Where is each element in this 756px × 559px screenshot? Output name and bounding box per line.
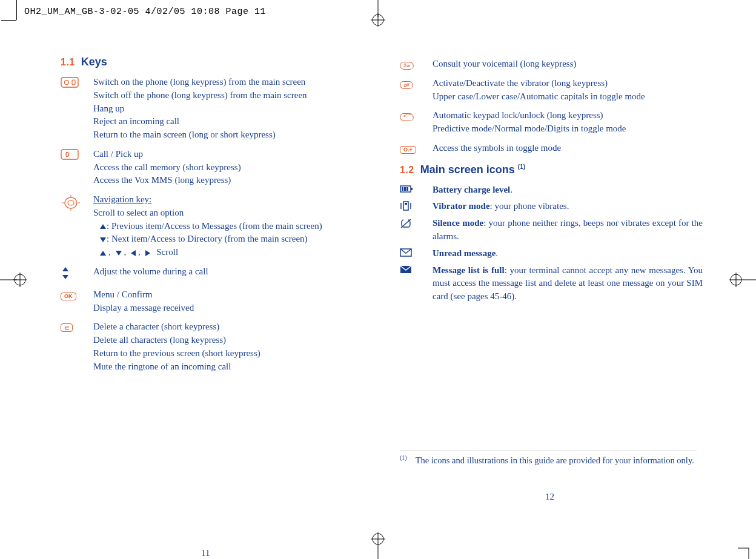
arrow-left-icon	[131, 250, 136, 256]
footnote: (1) The icons and illustrations in this …	[400, 454, 703, 467]
svg-rect-19	[61, 150, 78, 159]
nav-key-icon	[61, 193, 93, 214]
section-title: Keys	[81, 56, 107, 68]
section-number: 1.1	[61, 57, 75, 67]
arrow-down-icon	[100, 237, 106, 242]
registration-mark-bottom	[366, 532, 390, 559]
entry-body: Navigation key: Scroll to select an opti…	[93, 193, 345, 259]
ok-key-icon: OK	[61, 288, 93, 300]
entry-battery: Battery charge level.	[400, 184, 703, 197]
key-hash-icon: ⌕#	[400, 77, 433, 89]
battery-icon	[400, 184, 433, 196]
entry-unread: Unread message.	[400, 247, 703, 260]
footnote-text: The icons and illustrations in this guid…	[416, 454, 703, 467]
section-1-1-head: 1.1 Keys	[61, 56, 345, 68]
msg-full-icon	[400, 264, 433, 277]
svg-marker-26	[62, 267, 68, 271]
right-column: 1∞ Consult your voicemail (long keypress…	[400, 58, 703, 309]
section-number: 1.2	[400, 165, 414, 175]
svg-rect-36	[405, 203, 407, 205]
svg-point-17	[65, 81, 69, 85]
entry-nav: Navigation key: Scroll to select an opti…	[61, 193, 345, 259]
entry-key-star: *⁀ Automatic keypad lock/unlock (long ke…	[400, 109, 703, 136]
svg-rect-30	[402, 187, 403, 191]
arrow-up-icon	[100, 251, 106, 256]
svg-rect-32	[406, 187, 408, 191]
registration-mark-left	[0, 268, 27, 292]
arrow-right-icon	[145, 250, 150, 256]
page-number-right: 12	[545, 492, 554, 502]
left-column: 1.1 Keys Switch on the phone (long keypr…	[61, 56, 345, 379]
c-key-icon: ⊂	[61, 320, 93, 332]
svg-point-21	[68, 200, 74, 205]
footnote-mark: (1)	[400, 454, 407, 467]
entry-silence: Silence mode: your phone neither rings, …	[400, 217, 703, 243]
silence-icon	[400, 217, 433, 231]
footnote-rule	[400, 451, 697, 451]
registration-mark-right	[729, 268, 756, 292]
entry-c: ⊂ Delete a character (short keypress) De…	[61, 320, 345, 373]
entry-key-0: O.+ Access the symbols in toggle mode	[400, 142, 703, 155]
entry-body: Menu / Confirm Display a message receive…	[93, 288, 345, 315]
page-number-left: 11	[201, 548, 210, 558]
entry-call: Call / Pick up Access the call memory (s…	[61, 148, 345, 187]
print-slug: OH2_UM_AM_GB-3-02-05 4/02/05 10:08 Page …	[24, 7, 266, 17]
call-key-icon	[61, 148, 93, 162]
unread-icon	[400, 247, 433, 259]
svg-rect-29	[411, 188, 413, 190]
entry-power: Switch on the phone (long keypress) from…	[61, 76, 345, 142]
entry-key-1: 1∞ Consult your voicemail (long keypress…	[400, 58, 703, 71]
entry-vibrator: Vibrator mode: your phone vibrates.	[400, 200, 703, 213]
volume-key-icon	[61, 265, 93, 282]
section-title: Main screen icons (1)	[420, 164, 525, 176]
page: OH2_UM_AM_GB-3-02-05 4/02/05 10:08 Page …	[0, 0, 756, 559]
entry-volume: Adjust the volume during a call	[61, 265, 345, 282]
entry-key-hash: ⌕# Activate/Deactivate the vibrator (lon…	[400, 77, 703, 104]
entry-body: Switch on the phone (long keypress) from…	[93, 76, 345, 142]
svg-point-20	[65, 197, 77, 208]
svg-rect-16	[61, 78, 78, 87]
entry-msg-full: Message list is full: your terminal cann…	[400, 264, 703, 303]
svg-marker-27	[62, 275, 68, 279]
entry-body: Adjust the volume during a call	[93, 265, 345, 279]
key-star-icon: *⁀	[400, 109, 433, 121]
nav-title: Navigation key:	[93, 193, 345, 207]
crop-mark-br	[738, 541, 756, 559]
registration-mark-top	[366, 0, 390, 27]
power-key-icon	[61, 76, 93, 90]
entry-body: Call / Pick up Access the call memory (s…	[93, 148, 345, 187]
key-0-icon: O.+	[400, 142, 433, 154]
arrow-down-icon	[116, 251, 122, 256]
section-1-2-head: 1.2 Main screen icons (1)	[400, 164, 703, 176]
svg-rect-31	[404, 187, 406, 191]
key-1-icon: 1∞	[400, 58, 433, 70]
svg-rect-18	[72, 80, 75, 85]
entry-ok: OK Menu / Confirm Display a message rece…	[61, 288, 345, 315]
vibrator-icon	[400, 200, 433, 213]
entry-body: Delete a character (short keypress) Dele…	[93, 320, 345, 373]
arrow-up-icon	[100, 224, 106, 229]
